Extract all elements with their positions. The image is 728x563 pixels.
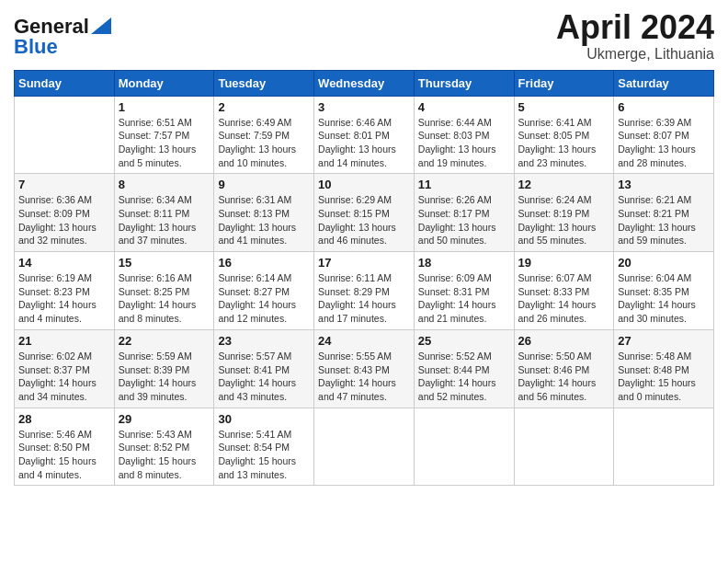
day-number: 28 <box>18 412 110 426</box>
day-info: Sunrise: 6:36 AM Sunset: 8:09 PM Dayligh… <box>18 193 110 247</box>
calendar-cell: 11Sunrise: 6:26 AM Sunset: 8:17 PM Dayli… <box>414 174 514 252</box>
day-info: Sunrise: 5:43 AM Sunset: 8:52 PM Dayligh… <box>119 428 210 482</box>
calendar-cell: 9Sunrise: 6:31 AM Sunset: 8:13 PM Daylig… <box>214 174 314 252</box>
day-number: 23 <box>218 334 310 348</box>
day-info: Sunrise: 6:09 AM Sunset: 8:31 PM Dayligh… <box>418 271 510 326</box>
calendar-week-row: 21Sunrise: 6:02 AM Sunset: 8:37 PM Dayli… <box>15 329 714 408</box>
calendar-cell: 19Sunrise: 6:07 AM Sunset: 8:33 PM Dayli… <box>514 252 614 330</box>
logo: General Blue <box>14 9 111 59</box>
header-sunday: Sunday <box>15 70 115 96</box>
day-number: 17 <box>318 256 410 270</box>
day-info: Sunrise: 6:24 AM Sunset: 8:19 PM Dayligh… <box>518 193 610 247</box>
day-info: Sunrise: 5:48 AM Sunset: 8:48 PM Dayligh… <box>618 350 710 404</box>
calendar-cell: 13Sunrise: 6:21 AM Sunset: 8:21 PM Dayli… <box>614 174 714 252</box>
day-number: 19 <box>518 256 610 270</box>
calendar-cell: 18Sunrise: 6:09 AM Sunset: 8:31 PM Dayli… <box>414 252 514 330</box>
day-number: 15 <box>119 256 210 270</box>
day-number: 25 <box>418 334 510 348</box>
calendar-cell: 16Sunrise: 6:14 AM Sunset: 8:27 PM Dayli… <box>214 252 314 330</box>
day-info: Sunrise: 6:44 AM Sunset: 8:03 PM Dayligh… <box>418 116 510 170</box>
day-info: Sunrise: 6:31 AM Sunset: 8:13 PM Dayligh… <box>218 193 310 247</box>
day-info: Sunrise: 6:39 AM Sunset: 8:07 PM Dayligh… <box>618 116 710 170</box>
calendar-cell: 27Sunrise: 5:48 AM Sunset: 8:48 PM Dayli… <box>614 329 714 408</box>
calendar-cell: 29Sunrise: 5:43 AM Sunset: 8:52 PM Dayli… <box>114 408 214 486</box>
day-number: 21 <box>18 334 110 348</box>
svg-marker-0 <box>91 17 111 34</box>
calendar-cell: 1Sunrise: 6:51 AM Sunset: 7:57 PM Daylig… <box>114 96 214 174</box>
day-number: 8 <box>119 178 210 191</box>
day-number: 9 <box>218 178 310 191</box>
logo-icon <box>91 17 111 34</box>
day-info: Sunrise: 6:51 AM Sunset: 7:57 PM Dayligh… <box>119 116 210 170</box>
day-info: Sunrise: 6:29 AM Sunset: 8:15 PM Dayligh… <box>318 193 410 247</box>
day-number: 29 <box>119 412 210 426</box>
day-number: 11 <box>418 178 510 191</box>
calendar-cell: 28Sunrise: 5:46 AM Sunset: 8:50 PM Dayli… <box>15 408 115 486</box>
day-number: 5 <box>518 100 610 114</box>
day-number: 24 <box>318 334 410 348</box>
header-saturday: Saturday <box>614 70 714 96</box>
day-info: Sunrise: 5:46 AM Sunset: 8:50 PM Dayligh… <box>18 428 110 482</box>
title-block: April 2024 Ukmerge, Lithuania <box>556 9 714 63</box>
day-number: 2 <box>218 100 310 114</box>
day-number: 22 <box>119 334 210 348</box>
day-info: Sunrise: 6:21 AM Sunset: 8:21 PM Dayligh… <box>618 193 710 247</box>
calendar-cell: 4Sunrise: 6:44 AM Sunset: 8:03 PM Daylig… <box>414 96 514 174</box>
calendar-cell: 3Sunrise: 6:46 AM Sunset: 8:01 PM Daylig… <box>314 96 415 174</box>
day-info: Sunrise: 6:16 AM Sunset: 8:25 PM Dayligh… <box>119 271 210 326</box>
day-info: Sunrise: 5:41 AM Sunset: 8:54 PM Dayligh… <box>218 428 310 482</box>
calendar-cell: 15Sunrise: 6:16 AM Sunset: 8:25 PM Dayli… <box>114 252 214 330</box>
day-info: Sunrise: 6:11 AM Sunset: 8:29 PM Dayligh… <box>318 271 410 326</box>
day-number: 27 <box>618 334 710 348</box>
calendar-table: SundayMondayTuesdayWednesdayThursdayFrid… <box>14 70 714 487</box>
day-number: 14 <box>18 256 110 270</box>
day-number: 6 <box>618 100 710 114</box>
day-info: Sunrise: 5:50 AM Sunset: 8:46 PM Dayligh… <box>518 350 610 404</box>
day-info: Sunrise: 6:14 AM Sunset: 8:27 PM Dayligh… <box>218 271 310 326</box>
calendar-cell: 24Sunrise: 5:55 AM Sunset: 8:43 PM Dayli… <box>314 329 415 408</box>
calendar-header-row: SundayMondayTuesdayWednesdayThursdayFrid… <box>15 70 714 96</box>
calendar-cell: 17Sunrise: 6:11 AM Sunset: 8:29 PM Dayli… <box>314 252 415 330</box>
header-tuesday: Tuesday <box>214 70 314 96</box>
day-number: 20 <box>618 256 710 270</box>
calendar-cell <box>614 408 714 486</box>
day-number: 7 <box>18 178 110 191</box>
calendar-cell <box>414 408 514 486</box>
header-wednesday: Wednesday <box>314 70 415 96</box>
day-number: 26 <box>518 334 610 348</box>
header-thursday: Thursday <box>414 70 514 96</box>
calendar-cell: 21Sunrise: 6:02 AM Sunset: 8:37 PM Dayli… <box>15 329 115 408</box>
day-info: Sunrise: 6:02 AM Sunset: 8:37 PM Dayligh… <box>18 350 110 404</box>
calendar-cell: 23Sunrise: 5:57 AM Sunset: 8:41 PM Dayli… <box>214 329 314 408</box>
day-info: Sunrise: 6:41 AM Sunset: 8:05 PM Dayligh… <box>518 116 610 170</box>
calendar-cell: 6Sunrise: 6:39 AM Sunset: 8:07 PM Daylig… <box>614 96 714 174</box>
calendar-cell: 12Sunrise: 6:24 AM Sunset: 8:19 PM Dayli… <box>514 174 614 252</box>
header-friday: Friday <box>514 70 614 96</box>
header-monday: Monday <box>114 70 214 96</box>
logo-text-blue: Blue <box>14 35 58 59</box>
calendar-cell: 7Sunrise: 6:36 AM Sunset: 8:09 PM Daylig… <box>15 174 115 252</box>
day-info: Sunrise: 6:19 AM Sunset: 8:23 PM Dayligh… <box>18 271 110 326</box>
day-info: Sunrise: 6:34 AM Sunset: 8:11 PM Dayligh… <box>119 193 210 247</box>
page-header: General Blue April 2024 Ukmerge, Lithuan… <box>14 9 714 63</box>
calendar-cell: 30Sunrise: 5:41 AM Sunset: 8:54 PM Dayli… <box>214 408 314 486</box>
calendar-title: April 2024 <box>556 9 714 46</box>
day-info: Sunrise: 5:59 AM Sunset: 8:39 PM Dayligh… <box>119 350 210 404</box>
calendar-cell: 22Sunrise: 5:59 AM Sunset: 8:39 PM Dayli… <box>114 329 214 408</box>
calendar-cell: 10Sunrise: 6:29 AM Sunset: 8:15 PM Dayli… <box>314 174 415 252</box>
day-number: 30 <box>218 412 310 426</box>
day-info: Sunrise: 6:07 AM Sunset: 8:33 PM Dayligh… <box>518 271 610 326</box>
day-number: 1 <box>119 100 210 114</box>
calendar-cell <box>314 408 415 486</box>
day-number: 4 <box>418 100 510 114</box>
calendar-week-row: 7Sunrise: 6:36 AM Sunset: 8:09 PM Daylig… <box>15 174 714 252</box>
day-info: Sunrise: 6:26 AM Sunset: 8:17 PM Dayligh… <box>418 193 510 247</box>
calendar-cell <box>15 96 115 174</box>
calendar-week-row: 1Sunrise: 6:51 AM Sunset: 7:57 PM Daylig… <box>15 96 714 174</box>
calendar-subtitle: Ukmerge, Lithuania <box>556 46 714 63</box>
calendar-cell: 2Sunrise: 6:49 AM Sunset: 7:59 PM Daylig… <box>214 96 314 174</box>
day-info: Sunrise: 6:46 AM Sunset: 8:01 PM Dayligh… <box>318 116 410 170</box>
day-info: Sunrise: 6:49 AM Sunset: 7:59 PM Dayligh… <box>218 116 310 170</box>
calendar-week-row: 28Sunrise: 5:46 AM Sunset: 8:50 PM Dayli… <box>15 408 714 486</box>
day-number: 18 <box>418 256 510 270</box>
